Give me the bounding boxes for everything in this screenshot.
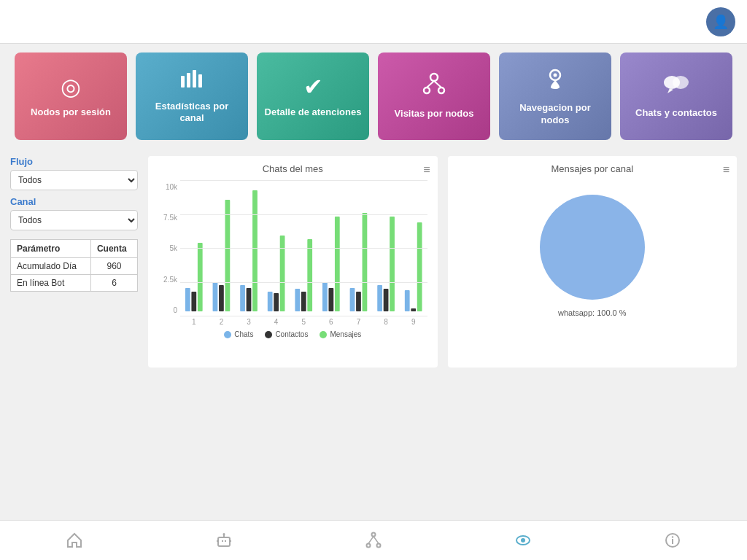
navegacion-icon	[544, 66, 566, 96]
svg-rect-1	[187, 73, 190, 88]
svg-rect-33	[356, 292, 361, 311]
svg-rect-25	[280, 236, 285, 311]
pie-label: whatsapp: 100.0 %	[558, 308, 627, 317]
svg-rect-23	[268, 292, 273, 311]
detalle-icon: ✔	[303, 73, 323, 101]
x-label: 1	[180, 318, 208, 326]
top-bar: 👤	[0, 0, 747, 44]
svg-point-5	[424, 88, 430, 93]
svg-rect-24	[274, 293, 279, 311]
bar-chart-box: Chats del mes ≡ 10k 7.5k 5k 2.5k 0	[148, 156, 438, 368]
table-row: En línea Bot6	[11, 274, 138, 291]
main-content: Flujo Todos Canal Todos Parámetro Cuenta…	[0, 149, 747, 375]
col-parametro: Parámetro	[11, 239, 91, 257]
visitas-label: Visitas por nodos	[395, 108, 474, 120]
svg-rect-37	[390, 217, 395, 311]
chats-label: Chats y contactos	[635, 107, 717, 120]
x-label: 8	[372, 318, 400, 326]
param-value: 6	[90, 274, 137, 291]
svg-rect-20	[240, 285, 245, 311]
svg-point-10	[554, 74, 557, 77]
x-label: 6	[317, 318, 345, 326]
svg-rect-32	[350, 288, 355, 311]
svg-marker-13	[667, 88, 673, 93]
table-row: Acumulado Día960	[11, 257, 138, 274]
svg-rect-0	[181, 76, 185, 88]
svg-rect-21	[247, 288, 252, 311]
svg-point-12	[673, 76, 689, 89]
nav-card-visitas[interactable]: Visitas por nodos	[378, 52, 490, 140]
bottom-nav-info[interactable]	[664, 532, 681, 549]
bottom-nav	[0, 520, 747, 560]
svg-rect-44	[225, 540, 226, 542]
col-cuenta: Cuenta	[90, 239, 137, 257]
flujo-label: Flujo	[10, 156, 138, 167]
navegacion-label: Navegacion por nodos	[506, 102, 604, 127]
avatar[interactable]: 👤	[706, 7, 735, 36]
bottom-nav-bot[interactable]	[215, 532, 233, 549]
bottom-nav-eye[interactable]	[514, 532, 532, 549]
x-label: 7	[345, 318, 373, 326]
estadisticas-icon	[179, 68, 204, 95]
svg-rect-22	[252, 190, 258, 311]
svg-line-53	[374, 537, 379, 544]
bars-container	[180, 180, 427, 316]
svg-rect-38	[405, 290, 410, 311]
svg-point-41	[540, 195, 645, 300]
svg-rect-29	[322, 282, 328, 311]
svg-rect-18	[219, 285, 224, 311]
param-value: 960	[90, 257, 137, 274]
svg-rect-17	[213, 282, 218, 311]
y-label-0: 0	[158, 306, 177, 314]
nodos-sesion-icon: ◎	[61, 73, 81, 101]
pie-chart-title: Mensajes por canal	[458, 163, 727, 174]
visitas-icon	[422, 71, 446, 102]
canal-select[interactable]: Todos	[10, 210, 138, 230]
nav-card-navegacion[interactable]: Navegacion por nodos	[499, 52, 611, 140]
svg-rect-30	[328, 288, 333, 311]
x-label: 5	[290, 318, 317, 326]
svg-point-58	[671, 536, 673, 537]
bar-chart-title: Chats del mes	[158, 163, 427, 174]
bar-chart-menu[interactable]: ≡	[423, 163, 430, 176]
svg-point-55	[521, 538, 525, 542]
param-name: Acumulado Día	[11, 257, 91, 274]
svg-point-50	[366, 544, 370, 548]
x-label: 2	[208, 318, 236, 326]
flujo-select[interactable]: Todos	[10, 170, 138, 190]
svg-rect-26	[295, 289, 300, 311]
y-label-5k: 5k	[158, 244, 177, 252]
svg-rect-36	[384, 289, 389, 311]
nav-card-detalle[interactable]: ✔ Detalle de atenciones	[257, 52, 369, 140]
nodos-sesion-label: Nodos por sesión	[31, 106, 111, 119]
bar-chart-legend: Chats Contactos Mensajes	[158, 330, 427, 338]
svg-rect-39	[411, 308, 416, 311]
bottom-nav-home[interactable]	[66, 532, 83, 549]
param-name: En línea Bot	[11, 274, 91, 291]
pie-container: whatsapp: 100.0 %	[458, 180, 727, 326]
svg-rect-14	[185, 288, 190, 311]
nav-card-nodos-sesion[interactable]: ◎ Nodos por sesión	[15, 52, 127, 140]
svg-rect-43	[222, 540, 223, 542]
svg-point-49	[371, 533, 375, 537]
chats-icon	[662, 72, 690, 101]
charts-area: Chats del mes ≡ 10k 7.5k 5k 2.5k 0	[148, 156, 737, 368]
svg-rect-40	[417, 222, 422, 311]
svg-rect-27	[301, 292, 306, 311]
svg-line-7	[427, 81, 434, 88]
svg-rect-16	[198, 243, 203, 311]
legend-contactos: Contactos	[265, 330, 308, 338]
svg-rect-34	[363, 213, 368, 311]
y-label-75k: 7.5k	[158, 214, 177, 222]
detalle-label: Detalle de atenciones	[265, 106, 362, 119]
svg-rect-28	[307, 239, 312, 311]
nav-card-estadisticas[interactable]: Estadísticas por canal	[136, 52, 248, 140]
nav-card-chats[interactable]: Chats y contactos	[620, 52, 732, 140]
sidebar: Flujo Todos Canal Todos Parámetro Cuenta…	[10, 156, 138, 368]
params-table: Parámetro Cuenta Acumulado Día960En líne…	[10, 239, 138, 292]
svg-point-51	[376, 544, 380, 548]
pie-chart-menu[interactable]: ≡	[723, 163, 729, 176]
y-label-25k: 2.5k	[158, 276, 177, 284]
bottom-nav-flow[interactable]	[365, 532, 382, 549]
svg-rect-3	[198, 74, 202, 88]
